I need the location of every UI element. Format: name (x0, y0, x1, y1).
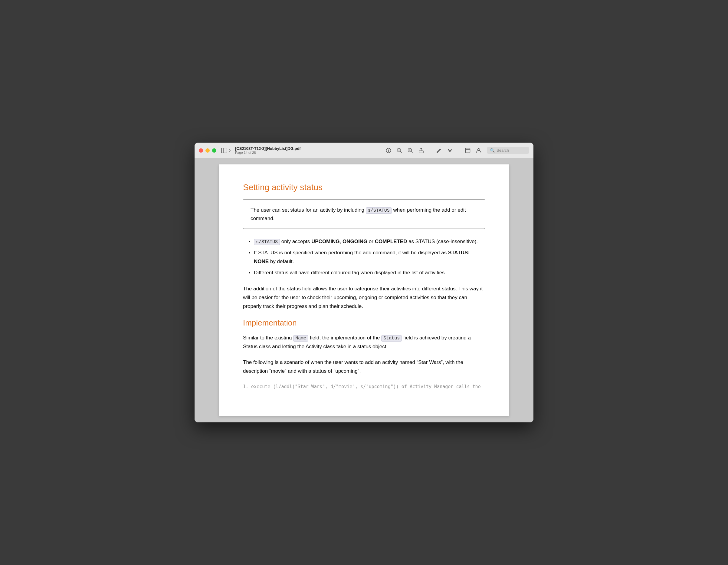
para2-between: field, the implementation of the (308, 335, 381, 341)
minimize-button[interactable] (205, 148, 210, 153)
section2-title: Implementation (243, 318, 485, 328)
search-bar[interactable]: 🔍 Search (487, 147, 529, 154)
search-icon: 🔍 (490, 148, 495, 153)
info-icon[interactable] (386, 148, 391, 153)
code-s-status-box: s/STATUS (366, 207, 392, 214)
titlebar: [CS2103T-T12-3][HobbyList]DG.pdf Page 14… (195, 143, 533, 158)
pdf-viewer-window: [CS2103T-T12-3][HobbyList]DG.pdf Page 14… (195, 143, 533, 422)
page-info-label: Page 14 of 28 (235, 151, 301, 154)
search-placeholder: Search (497, 148, 509, 153)
sidebar-toggle-button[interactable] (220, 146, 233, 154)
bullet-text-2: If STATUS is not specified when performi… (254, 250, 470, 264)
svg-line-9 (411, 151, 413, 153)
code-s-status-bullet: s/STATUS (254, 239, 280, 245)
toolbar-divider2 (459, 148, 459, 153)
highlighted-box-text-before: The user can set status for an activity … (251, 207, 366, 213)
section1-title: Setting activity status (243, 182, 485, 192)
zoom-out-icon[interactable] (397, 148, 402, 153)
bullet-text-3: Different status will have different col… (254, 270, 446, 275)
traffic-lights (199, 148, 216, 153)
pdf-page: Setting activity status The user can set… (219, 164, 509, 416)
filename-label: [CS2103T-T12-3][HobbyList]DG.pdf (235, 146, 301, 151)
list-item: Different status will have different col… (254, 268, 485, 277)
svg-line-14 (440, 149, 441, 149)
annotation-chevron-icon[interactable] (447, 148, 453, 153)
bullet-list: s/STATUS only accepts UPCOMING, ONGOING … (254, 237, 485, 277)
maximize-button[interactable] (212, 148, 216, 153)
person-icon[interactable] (476, 148, 481, 153)
toolbar-divider (430, 148, 430, 153)
bullet-text-1: only accepts UPCOMING, ONGOING or COMPLE… (281, 238, 478, 244)
paragraph3: The following is a scenario of when the … (243, 358, 485, 376)
bottom-partial-text: 1. execute (l/addl("Star Wars", d/"movie… (243, 383, 485, 391)
close-button[interactable] (199, 148, 203, 153)
window-title-section: [CS2103T-T12-3][HobbyList]DG.pdf Page 14… (235, 146, 301, 154)
list-item: If STATUS is not specified when performi… (254, 248, 485, 266)
share-icon[interactable] (418, 148, 424, 153)
pen-icon[interactable] (436, 148, 442, 153)
code-name: Name (293, 335, 308, 342)
code-status: Status (381, 335, 402, 342)
toolbar-icons: 🔍 Search (386, 147, 529, 154)
paragraph1: The addition of the status field allows … (243, 285, 485, 311)
highlighted-box: The user can set status for an activity … (243, 199, 485, 229)
content-area: Setting activity status The user can set… (195, 158, 533, 422)
list-item: s/STATUS only accepts UPCOMING, ONGOING … (254, 237, 485, 246)
svg-rect-12 (419, 151, 423, 153)
svg-rect-0 (221, 148, 227, 153)
para2-before-name: Similar to the existing (243, 335, 293, 341)
paragraph2: Similar to the existing Name field, the … (243, 334, 485, 351)
zoom-in-icon[interactable] (408, 148, 413, 153)
svg-line-6 (400, 151, 402, 153)
view-icon[interactable] (465, 148, 471, 153)
svg-rect-15 (466, 148, 470, 153)
